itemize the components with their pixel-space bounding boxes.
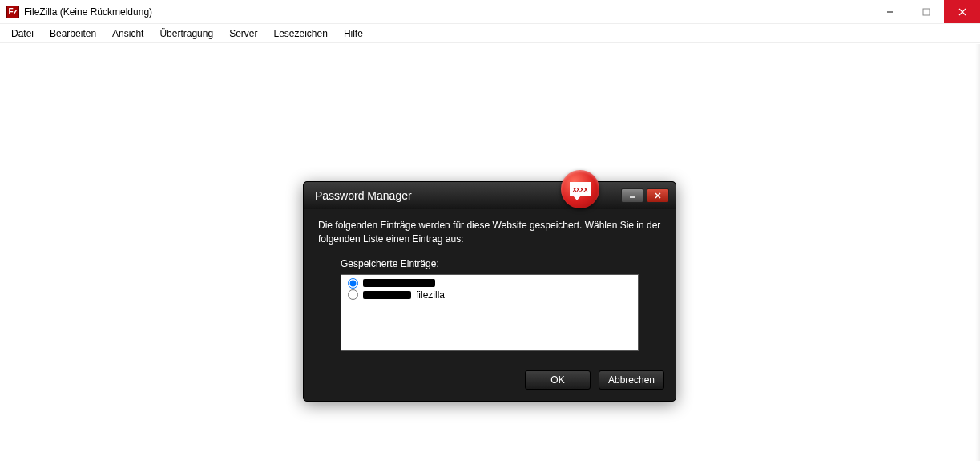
menu-bearbeiten[interactable]: Bearbeiten bbox=[42, 26, 104, 42]
minimize-button[interactable] bbox=[872, 0, 908, 23]
entry-radio[interactable] bbox=[348, 289, 358, 300]
dialog-title: Password Manager bbox=[315, 189, 412, 202]
right-edge-shadow bbox=[975, 44, 980, 461]
redacted-text bbox=[363, 279, 435, 287]
entries-label: Gespeicherte Einträge: bbox=[341, 258, 661, 269]
menu-ansicht[interactable]: Ansicht bbox=[104, 26, 151, 42]
dialog-footer: OK Abbrechen bbox=[304, 364, 676, 401]
entries-listbox[interactable]: filezilla bbox=[341, 274, 639, 351]
dialog-description: Die folgenden Einträge werden für diese … bbox=[318, 219, 661, 247]
menubar: Datei Bearbeiten Ansicht Übertragung Ser… bbox=[0, 24, 980, 43]
password-manager-dialog: Password Manager Die folgenden Einträge … bbox=[303, 181, 676, 402]
menu-uebertragung[interactable]: Übertragung bbox=[151, 26, 221, 42]
dialog-minimize-button[interactable] bbox=[621, 188, 643, 203]
menu-server[interactable]: Server bbox=[221, 26, 265, 42]
close-button[interactable] bbox=[944, 0, 980, 23]
dialog-titlebar[interactable]: Password Manager bbox=[304, 182, 676, 209]
entry-radio[interactable] bbox=[348, 278, 358, 289]
menu-datei[interactable]: Datei bbox=[3, 26, 42, 42]
cancel-button[interactable]: Abbrechen bbox=[599, 370, 664, 390]
menu-lesezeichen[interactable]: Lesezeichen bbox=[265, 26, 335, 42]
entry-row[interactable] bbox=[348, 278, 631, 289]
main-titlebar: Fz FileZilla (Keine Rückmeldung) bbox=[0, 0, 980, 24]
svg-rect-1 bbox=[923, 9, 930, 15]
badge-speech-icon: XXXX bbox=[570, 182, 591, 196]
window-title: FileZilla (Keine Rückmeldung) bbox=[24, 6, 152, 18]
app-icon: Fz bbox=[6, 6, 19, 18]
entry-suffix: filezilla bbox=[416, 289, 445, 301]
window-controls bbox=[872, 0, 980, 23]
password-badge-icon: XXXX bbox=[561, 170, 599, 208]
maximize-button[interactable] bbox=[908, 0, 944, 23]
redacted-text bbox=[363, 291, 411, 299]
menu-hilfe[interactable]: Hilfe bbox=[336, 26, 371, 42]
ok-button[interactable]: OK bbox=[525, 370, 591, 390]
dialog-close-button[interactable] bbox=[647, 188, 669, 203]
dialog-body: Die folgenden Einträge werden für diese … bbox=[304, 209, 676, 364]
entry-row[interactable]: filezilla bbox=[348, 289, 631, 301]
